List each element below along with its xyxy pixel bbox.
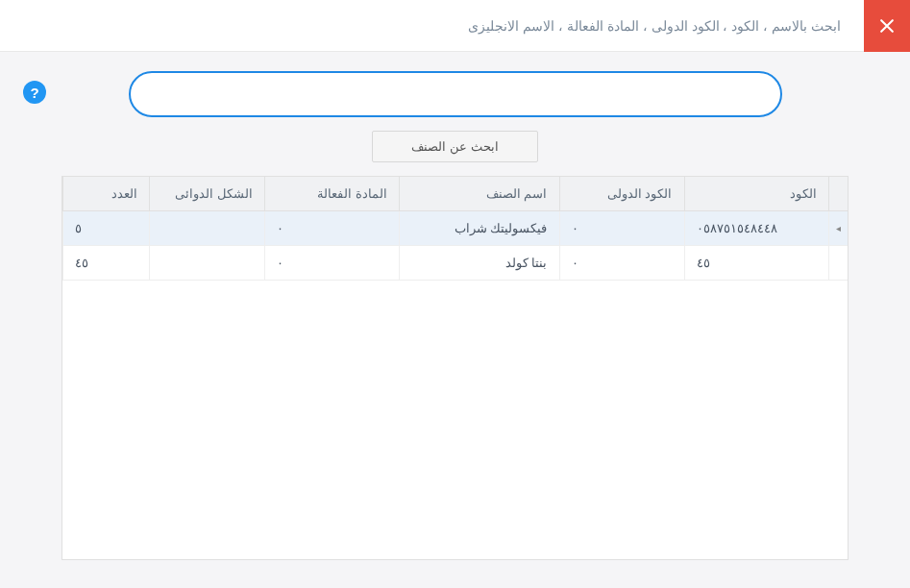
close-icon: [877, 16, 897, 36]
cell-code: ٠٥٨٧٥١٥٤٨٤٤٨: [684, 211, 828, 246]
search-button-wrapper: ابحث عن الصنف: [23, 131, 887, 162]
col-pharma-form[interactable]: الشكل الدوائى: [150, 177, 265, 211]
cell-pharma-form: [150, 211, 265, 246]
row-indicator-icon: ◂: [828, 211, 848, 246]
help-button[interactable]: ?: [23, 81, 46, 104]
cell-count: ٤٥: [63, 246, 150, 281]
cell-count: ٥: [63, 211, 150, 246]
table-row[interactable]: ◂ ٠٥٨٧٥١٥٤٨٤٤٨ ٠ فيكسوليتك شراب ٠ ٥: [63, 211, 849, 246]
col-name[interactable]: اسم الصنف: [400, 177, 560, 211]
cell-intl-code: ٠: [559, 246, 684, 281]
dialog-title: ابحث بالاسم ، الكود ، الكود الدولى ، الم…: [0, 18, 864, 34]
cell-pharma-form: [150, 246, 265, 281]
search-input[interactable]: [129, 71, 782, 117]
col-intl-code[interactable]: الكود الدولى: [559, 177, 684, 211]
table-header-row: الكود الكود الدولى اسم الصنف المادة الفع…: [63, 177, 849, 211]
close-button[interactable]: [864, 0, 910, 52]
col-count[interactable]: العدد: [63, 177, 150, 211]
cell-active-ingredient: ٠: [265, 246, 400, 281]
results-table: الكود الكود الدولى اسم الصنف المادة الفع…: [62, 177, 848, 281]
cell-active-ingredient: ٠: [265, 211, 400, 246]
cell-intl-code: ٠: [559, 211, 684, 246]
dialog-header: ابحث بالاسم ، الكود ، الكود الدولى ، الم…: [0, 0, 910, 52]
cell-code: ٤٥: [684, 246, 828, 281]
search-wrapper: [23, 71, 887, 117]
search-button[interactable]: ابحث عن الصنف: [372, 131, 537, 162]
row-indicator-icon: [828, 246, 848, 281]
help-icon: ?: [30, 85, 38, 101]
cell-name: بنتا كولد: [400, 246, 560, 281]
col-active-ingredient[interactable]: المادة الفعالة: [265, 177, 400, 211]
dialog-content: ? ابحث عن الصنف الكود الكود الدولى اسم ا…: [0, 52, 910, 579]
col-indicator: [828, 177, 848, 211]
cell-name: فيكسوليتك شراب: [400, 211, 560, 246]
table-row[interactable]: ٤٥ ٠ بنتا كولد ٠ ٤٥: [63, 246, 849, 281]
results-table-container: الكود الكود الدولى اسم الصنف المادة الفع…: [61, 176, 849, 560]
col-code[interactable]: الكود: [684, 177, 828, 211]
